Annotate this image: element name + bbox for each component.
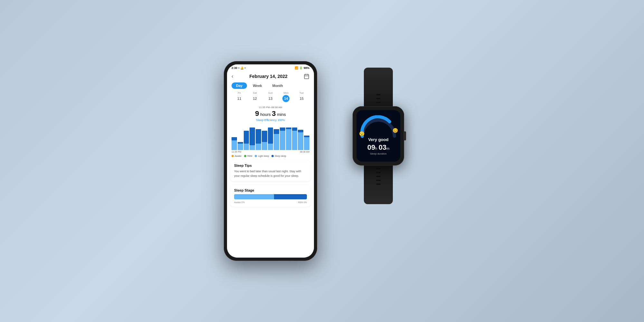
watch-hours: 09 [367,143,375,151]
bar-group-6 [268,128,273,150]
status-time: 2:30 [232,66,237,70]
stage-light-seg [234,194,274,199]
band-bottom-hole-3 [376,176,381,177]
legend-light: Light sleep [255,155,269,157]
chart-start-time: 11:35 PM [232,151,241,153]
watch-status: Very good [368,137,389,142]
bar-group-3 [250,128,255,150]
rem-dot [244,155,246,157]
calendar-strip: Fri 11 Sat 12 Sun 13 Mon 14 [227,90,314,103]
bar-group-4 [256,129,261,150]
signal-icon: 📶 [295,66,298,70]
watch-hours-unit: h [375,147,377,150]
sleep-tips-card: Sleep Tips You went to bed later than us… [230,160,311,181]
tab-week[interactable]: Week [248,82,267,89]
sleep-time-range: 11:35 PM–08:38 AM [232,106,309,109]
bar-group-8 [280,128,285,150]
watch-duration-label: Sleep duration [370,152,387,155]
status-icons: ▪ 🔔 ▪ [238,66,245,70]
deep-label: Deep sleep [275,155,286,157]
band-hole-2 [376,98,381,99]
watch-mins-unit: m [386,147,389,150]
band-bottom-hole-1 [376,168,381,169]
chart-area: 11:35 PM 08:38 AM [227,123,314,154]
header-title: February 14, 2022 [250,74,288,79]
sleep-summary: 11:35 PM–08:38 AM 9 hours 3 mins Sleep E… [227,103,314,123]
band-bottom-hole-5 [376,184,381,185]
calendar-icon[interactable] [304,73,309,79]
sleep-stage-title: Sleep Stage [234,188,307,192]
legend-row: Awake REM Light sleep Deep sleep [227,154,314,158]
watch-body: 😴 😊 Very good 09h 03m Sleep duration [353,106,404,166]
status-right: 📶 🔋 98% [295,66,309,70]
cal-num-1: 12 [251,95,259,102]
sleep-chart [232,124,309,150]
stage-labels: Awake 0% REM 0% [234,201,307,204]
watch-band-bottom [364,166,393,204]
bar-group-11 [298,130,303,150]
band-hole-3 [376,102,381,103]
legend-awake: Awake [232,155,242,157]
battery-icon: 🔋 [299,66,303,70]
bar-group-12 [304,136,309,150]
cal-num-4: 15 [298,95,305,102]
legend-deep: Deep sleep [271,155,286,157]
band-bottom-hole-2 [376,172,381,173]
sleep-tips-title: Sleep Tips [234,164,307,167]
cal-num-0: 11 [236,95,243,102]
back-button[interactable]: ‹ [232,73,233,79]
band-hole-1 [376,94,381,95]
cal-day-0[interactable]: Fri 11 [236,91,243,102]
cal-label-1: Sat [253,91,257,94]
main-scene: 2:30 ▪ 🔔 ▪ 📶 🔋 98% ‹ February 14, 2022 [224,61,420,261]
status-left: 2:30 ▪ 🔔 ▪ [232,66,245,70]
awake-stage-label: Awake 0% [234,201,245,204]
cal-day-2[interactable]: Sun 13 [267,91,274,102]
band-bottom-hole-4 [376,180,381,181]
awake-dot [232,155,234,157]
phone-screen: 2:30 ▪ 🔔 ▪ 📶 🔋 98% ‹ February 14, 2022 [227,64,314,258]
cal-label-0: Fri [238,91,241,94]
chart-end-time: 08:38 AM [300,151,309,153]
watch-side-button[interactable] [403,131,406,140]
bar-group-9 [286,128,291,150]
light-label: Light sleep [258,155,269,157]
sleep-mins: 3 [272,109,276,118]
sleep-stage-bar [234,194,307,199]
watch-mins: 03 [379,143,386,151]
tab-day[interactable]: Day [232,82,247,89]
stage-deep-seg [274,194,307,199]
deep-dot [271,155,274,157]
cal-label-2: Sun [268,91,273,94]
rem-stage-label: REM 0% [298,201,307,204]
bar-group-1 [238,142,243,150]
cal-label-4: Tue [299,91,304,94]
cal-day-1[interactable]: Sat 12 [251,91,259,102]
cal-num-3: 14 [282,95,289,102]
cal-label-3: Mon [284,91,289,94]
cal-day-4[interactable]: Tue 15 [298,91,305,102]
legend-rem: REM [244,155,252,157]
watch-device: 😴 😊 Very good 09h 03m Sleep duration [336,68,420,254]
chart-time-labels: 11:35 PM 08:38 AM [232,150,309,154]
bar-group-10 [292,128,298,150]
rem-label: REM [247,155,252,157]
svg-text:😴: 😴 [359,131,365,137]
watch-band-top [364,68,393,106]
sleep-hours: 9 [255,109,259,118]
bar-group-2 [244,131,249,150]
bar-group-0 [232,137,237,150]
tab-month[interactable]: Month [268,82,288,89]
tab-row: Day Week Month [227,81,314,90]
arc-gauge: 😴 😊 [359,115,398,138]
svg-rect-0 [304,74,309,79]
bar-group-7 [274,129,279,150]
phone-device: 2:30 ▪ 🔔 ▪ 📶 🔋 98% ‹ February 14, 2022 [224,61,317,261]
header-bar: ‹ February 14, 2022 [227,71,314,81]
sleep-duration: 9 hours 3 mins [232,109,309,118]
arc-container: 😴 😊 [359,115,398,138]
watch-screen: 😴 😊 Very good 09h 03m Sleep duration [356,110,400,162]
cal-day-3[interactable]: Mon 14 [282,91,289,102]
status-bar: 2:30 ▪ 🔔 ▪ 📶 🔋 98% [227,64,314,71]
sleep-mins-label: mins [277,112,286,117]
